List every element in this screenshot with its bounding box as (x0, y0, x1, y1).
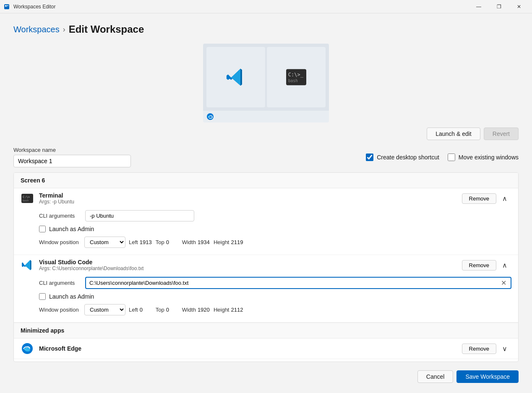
app-title: Workspaces Editor (13, 4, 55, 10)
terminal-admin-row: Launch as Admin (39, 226, 511, 232)
edge-icon (21, 342, 34, 355)
terminal-position-row: Window position Custom Fullscreen Center… (39, 237, 511, 248)
vscode-collapse-button[interactable]: ∧ (498, 258, 511, 272)
vscode-width-value: 1920 (198, 307, 210, 313)
terminal-width-label: Width (182, 239, 196, 245)
vscode-name: Visual Studio Code (39, 259, 457, 265)
svg-rect-2 (7, 5, 8, 6)
vscode-admin-checkbox[interactable] (39, 293, 46, 300)
minimize-button[interactable]: — (469, 0, 488, 13)
terminal-details: CLI arguments Launch as Admin Window pos… (14, 208, 518, 255)
vscode-left-value: 0 (140, 307, 152, 313)
vscode-actions: Remove ∧ (462, 258, 511, 272)
title-bar: Workspaces Editor — ❐ ✕ (0, 0, 532, 13)
svg-text:bash: bash (288, 78, 298, 83)
revert-button[interactable]: Revert (484, 128, 519, 140)
vscode-clear-button[interactable]: ✕ (500, 278, 507, 288)
edge-actions: Remove ∨ (462, 342, 511, 355)
launch-edit-button[interactable]: Launch & edit (427, 128, 480, 140)
terminal-admin-label: Launch as Admin (49, 226, 94, 232)
terminal-left-label: Left (129, 239, 138, 245)
create-shortcut-item: Create desktop shortcut (366, 154, 439, 161)
preview-windows: C:\>_ bash (203, 44, 329, 111)
minimized-header: Minimized apps (14, 323, 518, 338)
terminal-collapse-button[interactable]: ∧ (498, 192, 511, 205)
cli-args-label-1: CLI arguments (39, 213, 81, 219)
vscode-remove-button[interactable]: Remove (462, 260, 496, 271)
vscode-height-field: Height 2112 (214, 307, 244, 313)
workspace-name-row: Workspace name Create desktop shortcut M… (13, 147, 519, 167)
close-button[interactable]: ✕ (509, 0, 529, 13)
terminal-height-value: 2119 (231, 239, 243, 245)
move-windows-checkbox[interactable] (448, 154, 455, 161)
app-item-terminal: C:\> bash Terminal Args: -p Ubuntu Remov… (14, 188, 518, 255)
vscode-top-label: Top (156, 307, 164, 313)
vscode-info: Visual Studio Code Args: C:\Users\connor… (39, 259, 457, 271)
svg-text:C:\>_: C:\>_ (288, 72, 304, 78)
terminal-info: Terminal Args: -p Ubuntu (39, 192, 457, 205)
title-bar-controls: — ❐ ✕ (469, 0, 529, 13)
terminal-actions: Remove ∧ (462, 192, 511, 205)
scroll-area[interactable]: Screen 6 C:\> bash Terminal Args: -p Ubu… (13, 172, 519, 362)
edge-remove-button[interactable]: Remove (462, 344, 496, 354)
app-item-vscode: Visual Studio Code Args: C:\Users\connor… (14, 255, 518, 323)
breadcrumb-current: Edit Workspace (69, 23, 144, 35)
terminal-cli-input[interactable] (85, 210, 194, 221)
create-shortcut-checkbox[interactable] (366, 154, 373, 161)
vscode-left-field: Left 0 (129, 307, 152, 313)
main-content: Workspaces › Edit Workspace C:\>_ bash (0, 13, 532, 393)
vscode-height-label: Height (214, 307, 229, 313)
preview-window-vscode (206, 47, 265, 107)
vscode-cli-container: ✕ (85, 277, 511, 289)
terminal-remove-button[interactable]: Remove (462, 193, 496, 204)
vscode-height-value: 2112 (231, 307, 243, 313)
breadcrumb-parent[interactable]: Workspaces (13, 25, 60, 34)
restore-button[interactable]: ❐ (489, 0, 509, 13)
terminal-position-select[interactable]: Custom Fullscreen Centered (84, 237, 125, 248)
create-shortcut-label: Create desktop shortcut (377, 154, 439, 161)
preview-taskbar (203, 111, 329, 122)
terminal-admin-checkbox[interactable] (39, 226, 46, 232)
vscode-cli-input[interactable] (89, 278, 498, 288)
vscode-position-select[interactable]: Custom Fullscreen Centered (84, 304, 125, 315)
screen-header: Screen 6 (14, 173, 518, 188)
terminal-top-field: Top 0 (156, 239, 179, 245)
app-icon (3, 3, 10, 10)
terminal-left-field: Left 1913 (129, 239, 152, 245)
terminal-height-field: Height 2119 (214, 239, 244, 245)
vscode-icon (21, 258, 34, 272)
edge-info: Microsoft Edge (39, 345, 457, 352)
vscode-admin-row: Launch as Admin (39, 293, 511, 300)
workspace-name-input[interactable] (13, 155, 131, 167)
cli-args-label-2: CLI arguments (39, 280, 81, 286)
terminal-left-value: 1913 (140, 239, 152, 245)
svg-text:bash: bash (23, 199, 29, 202)
vscode-args: Args: C:\Users\connorplante\Downloads\fo… (39, 265, 457, 271)
vscode-admin-label: Launch as Admin (49, 293, 94, 300)
terminal-cli-row: CLI arguments (39, 210, 511, 221)
save-workspace-button[interactable]: Save Workspace (456, 370, 519, 383)
chevron-down-icon: ∨ (502, 345, 507, 353)
app-item-header-terminal: C:\> bash Terminal Args: -p Ubuntu Remov… (14, 188, 518, 208)
move-windows-label: Move existing windows (459, 154, 519, 161)
preview-area: C:\>_ bash (13, 44, 519, 122)
action-row: Launch & edit Revert (13, 128, 519, 140)
terminal-name: Terminal (39, 192, 457, 199)
move-windows-item: Move existing windows (448, 154, 519, 161)
checkbox-group: Create desktop shortcut Move existing wi… (366, 154, 519, 161)
workspace-name-group: Workspace name (13, 147, 131, 167)
chevron-up-icon: ∧ (502, 195, 507, 203)
terminal-width-field: Width 1934 (182, 239, 210, 245)
edge-collapse-button[interactable]: ∨ (498, 342, 511, 355)
chevron-up-icon-2: ∧ (502, 261, 507, 269)
vscode-top-value: 0 (166, 307, 179, 313)
edge-name: Microsoft Edge (39, 345, 457, 352)
vscode-position-label: Window position (39, 307, 81, 313)
cancel-button[interactable]: Cancel (417, 370, 454, 383)
svg-text:C:\>: C:\> (23, 195, 30, 199)
terminal-position-label: Window position (39, 239, 81, 245)
vscode-cli-row: CLI arguments ✕ (39, 277, 511, 289)
svg-rect-1 (5, 5, 7, 7)
app-item-edge: Microsoft Edge Remove ∨ (14, 338, 518, 359)
vscode-left-label: Left (129, 307, 138, 313)
